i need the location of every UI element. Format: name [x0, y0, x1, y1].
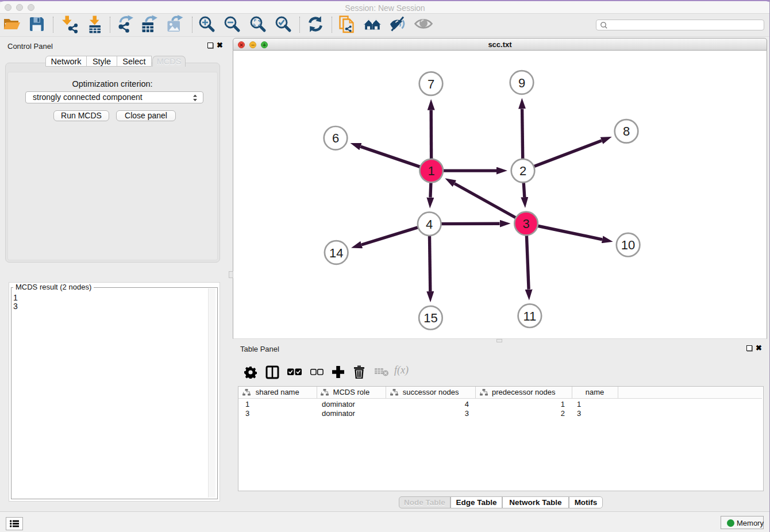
- svg-text:3: 3: [522, 217, 529, 231]
- svg-text:4: 4: [426, 217, 433, 232]
- svg-text:14: 14: [329, 246, 343, 260]
- svg-text:1: 1: [428, 164, 435, 178]
- svg-text:8: 8: [623, 124, 630, 138]
- svg-text:11: 11: [523, 309, 536, 323]
- svg-text:10: 10: [621, 238, 635, 252]
- svg-text:9: 9: [518, 76, 525, 90]
- svg-text:7: 7: [428, 77, 434, 91]
- svg-text:2: 2: [519, 164, 526, 178]
- svg-text:15: 15: [424, 311, 437, 325]
- svg-text:6: 6: [332, 131, 339, 145]
